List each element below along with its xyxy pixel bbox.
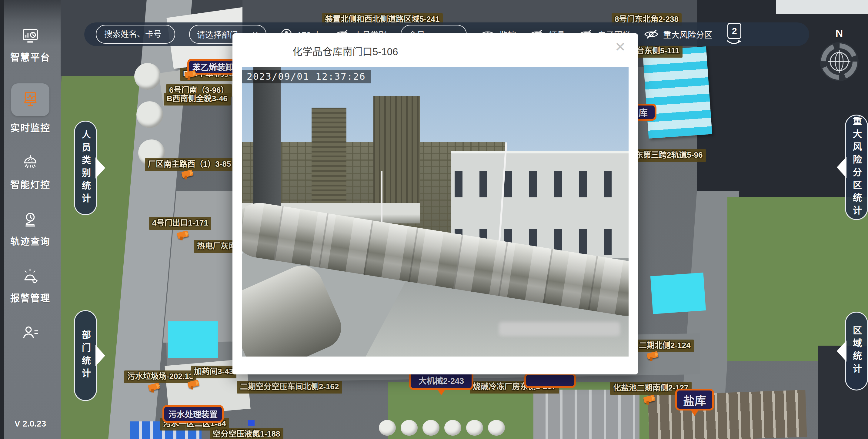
sidebar-item-label: 实时监控 [10, 120, 50, 134]
search-input[interactable] [104, 29, 167, 39]
map-area-callout[interactable]: 污水处理装置 [162, 405, 224, 422]
sidebar-item-label: 智慧平台 [10, 50, 50, 63]
sidebar-item-personnel[interactable] [21, 324, 40, 341]
feed-blurred-watermark [499, 322, 620, 336]
map-camera-tag[interactable]: 东第三跨2轨道5-96 [632, 149, 706, 162]
map-camera-tag[interactable]: 二期北侧2-124 [636, 340, 694, 352]
tab-label: 部门统计 [79, 330, 92, 381]
feed-timestamp: 2023/09/01 12:37:26 [242, 70, 371, 83]
tab-label: 重大风险分区统计 [850, 116, 863, 218]
toggle-label: 重大风险分区 [663, 29, 712, 40]
sidebar-item-label: 报警管理 [10, 290, 50, 304]
search-input-pill[interactable] [96, 25, 175, 43]
mode-2d-badge: 2 [727, 23, 741, 39]
eye-slash-icon [644, 29, 658, 39]
map-camera-tag[interactable]: 加药间3-43 [191, 365, 237, 378]
rotate-arrow-icon [726, 40, 743, 46]
map-warehouse-brown [648, 390, 807, 439]
camera-feed: 2023/09/01 12:37:26 [242, 67, 628, 356]
sidebar-item-realtime-monitoring[interactable]: 实时监控 [10, 83, 50, 134]
map-tank-row [379, 420, 512, 438]
feed-tower [373, 96, 420, 212]
realtime-monitor-icon [11, 83, 50, 116]
map-tank [134, 63, 161, 90]
map-camera-tag[interactable]: 空分空压液氮1-188 [210, 428, 283, 439]
map-cyan-building [643, 47, 712, 139]
map-camera-tag[interactable]: B西南侧全貌3-46 [164, 93, 230, 106]
tab-area-stats[interactable]: 区域统计 [845, 312, 868, 390]
feed-dark-column [253, 67, 280, 224]
map-area-callout[interactable] [524, 373, 576, 388]
compass-north-label: N [836, 27, 843, 39]
sidebar-item-smart-platform[interactable]: 智慧平台 [10, 27, 50, 63]
sidebar-item-label: 轨迹查询 [10, 234, 50, 247]
compass-dial-icon [819, 41, 860, 82]
sidebar: 智慧平台实时监控智能灯控轨迹查询报警管理 V 2.0.23 [0, 0, 61, 439]
camera-modal-title: 化学品仓库南门口5-106 [292, 43, 398, 58]
tab-major-risk-zone-stats[interactable]: 重大风险分区统计 [845, 115, 868, 220]
camera-modal: 化学品仓库南门口5-106 ✕ 2023/09/01 12:37:26 [232, 33, 638, 374]
map-tank [136, 101, 163, 128]
department-select-value: 请选择部门 [197, 29, 238, 40]
tab-label: 区域统计 [850, 326, 863, 377]
feed-tower [312, 108, 346, 206]
map-white-strip-topright [776, 0, 868, 14]
dashboard-monitor-icon [21, 27, 40, 46]
mode-2d-button[interactable]: 2 [726, 23, 743, 46]
map-camera-tag[interactable]: 污水垃圾场-202.13 [124, 371, 196, 383]
compass[interactable]: N [819, 41, 860, 82]
map-blue-cube [248, 420, 255, 426]
track-query-icon [21, 211, 40, 230]
feed-building-windows [455, 171, 628, 197]
smart-light-icon [21, 154, 40, 173]
tab-label: 人员类别统计 [79, 130, 92, 206]
sidebar-item-label: 智能灯控 [10, 177, 50, 191]
close-icon[interactable]: ✕ [613, 40, 628, 54]
person-list-icon [21, 324, 40, 341]
map-pool [168, 321, 218, 358]
map-area-callout[interactable]: 盐库 [675, 389, 714, 410]
map-warehouse [533, 389, 640, 439]
map-pool [650, 272, 706, 314]
map-camera-tag[interactable]: 厂区南主路西（1）3-85 [145, 158, 234, 171]
tab-person-category-stats[interactable]: 人员类别统计 [74, 121, 97, 215]
sidebar-item-smart-lighting[interactable]: 智能灯控 [10, 154, 50, 191]
toggle-major-risk-zone[interactable]: 重大风险分区 [644, 29, 712, 40]
alarm-bell-icon [21, 267, 40, 286]
map-camera-tag[interactable]: 二期空分空压车间北侧2-162 [237, 381, 342, 393]
app-version: V 2.0.23 [0, 419, 61, 429]
sidebar-item-track-query[interactable]: 轨迹查询 [10, 211, 50, 247]
tab-department-stats[interactable]: 部门统计 [74, 310, 97, 401]
map-camera-tag[interactable]: 4号门出口1-171 [149, 217, 211, 230]
sidebar-item-alarm-management[interactable]: 报警管理 [10, 267, 50, 304]
